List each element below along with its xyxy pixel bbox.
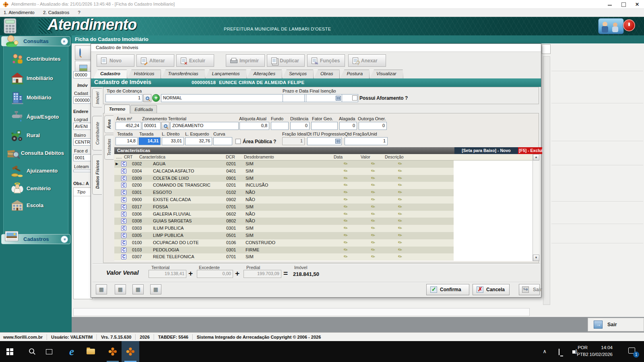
attachment-icon[interactable] [398, 197, 402, 202]
attachment-icon[interactable] [344, 204, 348, 210]
tab-alterações[interactable]: Alterações [247, 70, 282, 78]
bg-field-logradouro[interactable]: AVENI [73, 123, 93, 130]
fiorilli-app-button-2[interactable] [122, 341, 139, 362]
sidebar-item-consulta-debitos[interactable]: Consulta Débitos [5, 146, 65, 162]
attachment-icon[interactable] [371, 197, 375, 202]
zone-search-button[interactable] [161, 122, 169, 130]
attachment-icon[interactable] [398, 254, 402, 259]
attachment-icon[interactable] [371, 232, 375, 238]
collapse-icon[interactable]: « [61, 38, 68, 45]
attachment-icon[interactable] [344, 218, 348, 224]
bg-field-cadastro[interactable]: 000000 [73, 97, 93, 104]
attachment-icon[interactable] [344, 189, 348, 195]
qtd-field[interactable]: 1 [345, 137, 388, 145]
attachment-icon[interactable] [371, 168, 375, 174]
minimize-button[interactable] [603, 0, 617, 9]
attachment-icon[interactable] [371, 240, 375, 245]
vtab-dados-fisicos[interactable]: Dados Físicos [92, 154, 102, 195]
tab-edificada[interactable]: Edificada [130, 105, 157, 114]
cancela-button[interactable]: Cancela [473, 284, 510, 295]
table-row[interactable]: C0200COMANDO DE TRANSCRIC0201INCLUSÃO [114, 182, 454, 189]
attachment-icon[interactable] [344, 247, 348, 253]
table-row[interactable]: C0301ESGOTO0102NÃO [114, 189, 454, 196]
vtab-imovel[interactable]: Imóvel [92, 88, 102, 107]
nav-button-2[interactable] [115, 284, 126, 294]
clock[interactable]: 14:04 10/02/2026 [589, 344, 613, 358]
tab-transferências[interactable]: Transferências [161, 70, 205, 78]
funcoes-button[interactable]: Funções [307, 54, 345, 67]
mdi-window-titlebar[interactable]: Ficha do Cadastro Imobiliário [72, 35, 644, 43]
start-button[interactable] [1, 341, 19, 362]
nav-button-1[interactable] [96, 284, 107, 294]
attachment-icon[interactable] [344, 225, 348, 231]
table-row[interactable]: C0100OCUPACAO DO LOTE0106CONSTRUIDO [114, 239, 454, 247]
sidebar-item-contribuintes[interactable]: Contribuintes [9, 51, 69, 68]
attachment-icon[interactable] [344, 161, 348, 167]
attachment-icon[interactable] [398, 232, 402, 238]
attachment-icon[interactable] [398, 204, 402, 210]
cobranca-code-field[interactable]: 1 [105, 94, 142, 102]
file-explorer-button[interactable] [82, 341, 99, 362]
outorga-field[interactable]: 0 [359, 122, 387, 130]
fundo-field[interactable] [271, 122, 289, 130]
cobranca-add-button[interactable]: + [152, 94, 160, 102]
bg-search-button[interactable] [75, 45, 92, 60]
alterar-button[interactable]: Alterar [136, 54, 174, 67]
sidebar-item-cemiterio[interactable]: Cemitério [9, 181, 69, 197]
novo-button[interactable]: Novo [97, 54, 134, 67]
table-scrollbar[interactable]: ▲ ▼ [533, 154, 539, 261]
tab-visualizar[interactable]: Visualizar [369, 70, 403, 78]
bg-field-bairro[interactable]: CENTR [73, 138, 93, 146]
calendar-icon[interactable] [335, 139, 341, 144]
attachment-icon[interactable] [344, 254, 348, 259]
task-view-button[interactable] [40, 341, 58, 362]
table-row[interactable]: C0306GALERIA FLUVIAL0602NÃO [114, 211, 454, 218]
attachment-icon[interactable] [398, 240, 402, 245]
vtab-contribuinte[interactable]: Contribuinte [92, 116, 102, 150]
attachment-icon[interactable] [344, 232, 348, 238]
exit-power-button[interactable] [623, 19, 635, 31]
bg-right-scrollbar[interactable] [543, 56, 550, 305]
taskbar-search-button[interactable] [23, 341, 41, 362]
anexar-button[interactable]: Anexar [348, 54, 386, 67]
taxada-field[interactable]: 14,31 [138, 137, 161, 145]
imprimir-button[interactable]: Imprimir [226, 54, 265, 67]
attachment-icon[interactable] [398, 175, 402, 181]
scroll-down-icon[interactable]: ▼ [533, 255, 539, 261]
attachment-icon[interactable] [371, 254, 375, 259]
lesquerdo-field[interactable]: 32,76 [185, 137, 212, 145]
maximize-button[interactable] [617, 0, 630, 9]
alagada-field[interactable]: 0 [339, 122, 357, 130]
area-field[interactable]: 452,24 [116, 122, 141, 130]
sidebar-item-imobiliario[interactable]: Imobiliário [9, 71, 69, 87]
attachment-icon[interactable] [371, 161, 375, 167]
attachment-icon[interactable] [371, 182, 375, 188]
expand-icon[interactable]: « [61, 236, 68, 243]
attachment-icon[interactable] [398, 211, 402, 217]
nav-button-4[interactable] [150, 284, 161, 294]
tab-serviços[interactable]: Serviços [282, 70, 314, 78]
attachment-icon[interactable] [398, 189, 402, 195]
table-row[interactable]: C0900EXISTE CALCADA0902NÃO [114, 196, 454, 204]
table-row[interactable]: C0307REDE TELEFONICA0701SIM [114, 253, 454, 261]
dtitu-field[interactable] [307, 137, 342, 145]
attachment-icon[interactable] [344, 197, 348, 202]
scroll-up-icon[interactable]: ▲ [533, 154, 539, 160]
table-row[interactable]: C0309COLETA DE LIXO0901SIM [114, 175, 454, 182]
attachment-icon[interactable] [398, 161, 402, 167]
distancia-field[interactable]: 0 [290, 122, 310, 130]
tab-cadastro[interactable]: Cadastro [93, 70, 127, 78]
network-icon[interactable] [559, 349, 559, 355]
calendar-icon[interactable] [336, 96, 341, 101]
tab-históricos[interactable]: Históricos [127, 70, 161, 78]
internet-explorer-button[interactable]: e [63, 341, 80, 362]
tray-chevron-icon[interactable]: ∧ [543, 348, 547, 354]
tab-obras[interactable]: Obras [314, 70, 340, 78]
testada-field[interactable]: 14,8 [116, 137, 138, 145]
vtab-testadas[interactable]: Testadas [104, 135, 114, 160]
attachment-icon[interactable] [371, 211, 375, 217]
attachment-icon[interactable] [398, 218, 402, 224]
aliquota-field[interactable]: 0,8 [239, 122, 269, 130]
sidebar-item-agua-esgoto[interactable]: Água/Esgoto [9, 109, 69, 125]
attachment-icon[interactable] [371, 189, 375, 195]
